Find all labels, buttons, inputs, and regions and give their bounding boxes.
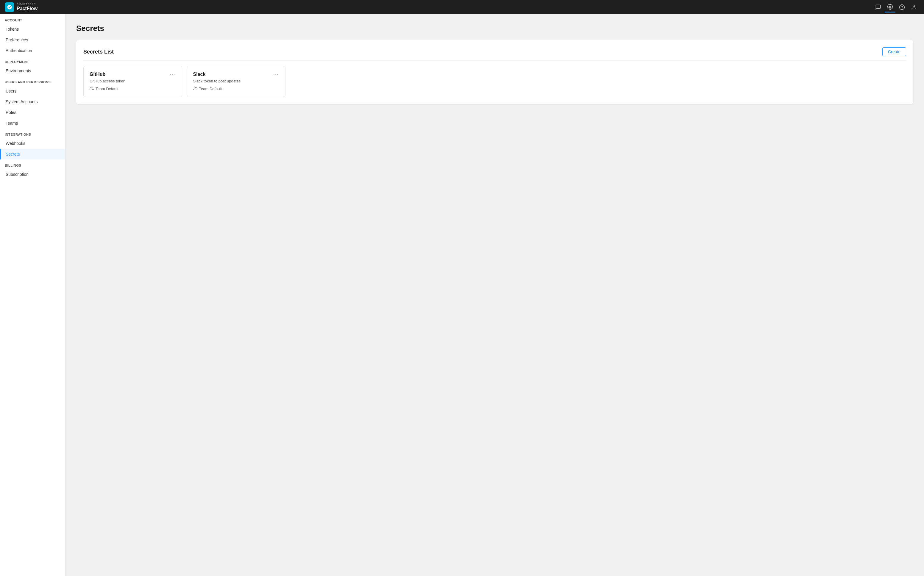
brand-top-label: SmartBear <box>17 3 37 6</box>
brand: SmartBear PactFlow <box>5 2 37 12</box>
main-content: Secrets Secrets List Create GitHub ··· G… <box>66 14 924 576</box>
sidebar-item-system-accounts[interactable]: System Accounts <box>0 96 65 107</box>
sidebar-section-integrations: INTEGRATIONS <box>0 128 65 138</box>
brand-name: PactFlow <box>17 6 37 11</box>
secret-card-0: GitHub ··· GitHub access token Team Defa… <box>83 66 182 97</box>
layout: ACCOUNTTokensPreferencesAuthenticationDE… <box>0 14 924 576</box>
secret-team-1: Team Default <box>193 86 280 91</box>
create-button[interactable]: Create <box>882 47 906 56</box>
secret-name-0: GitHub <box>90 72 106 77</box>
sidebar-item-environments[interactable]: Environments <box>0 66 65 76</box>
secret-desc-1: Slack token to post updates <box>193 79 280 83</box>
topnav-icons <box>873 2 919 13</box>
secret-team-0: Team Default <box>90 86 176 91</box>
sidebar-section-account: ACCOUNT <box>0 14 65 24</box>
logo <box>5 2 14 12</box>
card-header: Secrets List Create <box>83 47 906 61</box>
secret-team-name-1: Team Default <box>199 86 222 91</box>
secret-menu-button-0[interactable]: ··· <box>169 72 176 77</box>
brand-text: SmartBear PactFlow <box>17 3 37 11</box>
team-icon-0 <box>90 86 94 91</box>
team-icon-1 <box>193 86 197 91</box>
sidebar-item-teams[interactable]: Teams <box>0 118 65 128</box>
secret-card-header-0: GitHub ··· <box>90 72 176 77</box>
page-title: Secrets <box>76 24 913 33</box>
user-icon-button[interactable] <box>908 2 919 13</box>
sidebar-item-subscription[interactable]: Subscription <box>0 169 65 180</box>
secret-card-1: Slack ··· Slack token to post updates Te… <box>187 66 286 97</box>
svg-point-5 <box>194 87 195 88</box>
sidebar-item-preferences[interactable]: Preferences <box>0 35 65 45</box>
sidebar-section-deployment: DEPLOYMENT <box>0 56 65 66</box>
secrets-grid: GitHub ··· GitHub access token Team Defa… <box>83 66 906 97</box>
secret-name-1: Slack <box>193 72 206 77</box>
sidebar-section-billings: BILLINGS <box>0 160 65 169</box>
sidebar-item-roles[interactable]: Roles <box>0 107 65 118</box>
secret-menu-button-1[interactable]: ··· <box>273 72 279 77</box>
sidebar-item-users[interactable]: Users <box>0 86 65 96</box>
card-title: Secrets List <box>83 49 114 55</box>
svg-point-4 <box>91 87 92 88</box>
secret-team-name-0: Team Default <box>96 86 119 91</box>
svg-point-0 <box>889 6 891 8</box>
secret-card-header-1: Slack ··· <box>193 72 280 77</box>
secrets-list-card: Secrets List Create GitHub ··· GitHub ac… <box>76 40 913 104</box>
settings-icon-button[interactable] <box>885 2 895 13</box>
topnav: SmartBear PactFlow <box>0 0 924 14</box>
sidebar-section-users-and-permissions: USERS AND PERMISSIONS <box>0 76 65 86</box>
sidebar-item-secrets[interactable]: Secrets <box>0 149 65 160</box>
sidebar-item-webhooks[interactable]: Webhooks <box>0 138 65 149</box>
sidebar-item-authentication[interactable]: Authentication <box>0 45 65 56</box>
sidebar-item-tokens[interactable]: Tokens <box>0 24 65 35</box>
svg-point-3 <box>913 5 915 7</box>
chat-icon-button[interactable] <box>873 2 884 13</box>
secret-desc-0: GitHub access token <box>90 79 176 83</box>
help-icon-button[interactable] <box>897 2 907 13</box>
sidebar: ACCOUNTTokensPreferencesAuthenticationDE… <box>0 14 66 576</box>
